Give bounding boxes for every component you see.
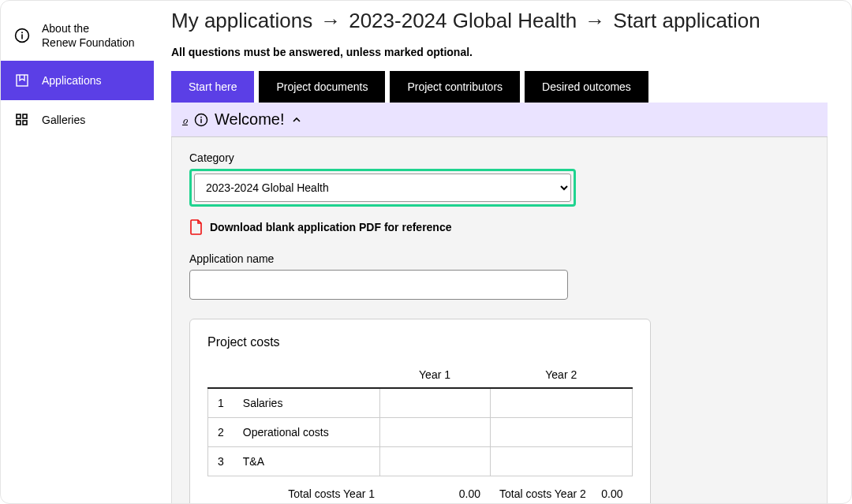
breadcrumb-level1[interactable]: My applications xyxy=(171,9,312,33)
svg-rect-6 xyxy=(23,121,27,125)
sidebar: About the Renew Foundation Applications xyxy=(1,1,154,503)
download-pdf-row[interactable]: Download blank application PDF for refer… xyxy=(189,219,809,235)
download-pdf-link[interactable]: Download blank application PDF for refer… xyxy=(210,221,452,233)
total-year2-value: 0.00 xyxy=(601,487,622,500)
sidebar-item-galleries[interactable]: Galleries xyxy=(1,100,154,140)
svg-point-8 xyxy=(200,116,202,118)
application-name-input[interactable] xyxy=(189,270,568,300)
bookmark-icon xyxy=(13,72,31,89)
breadcrumb-level2[interactable]: 2023-2024 Global Health xyxy=(349,9,577,33)
tab-start-here[interactable]: Start here xyxy=(171,71,254,103)
sidebar-item-about[interactable]: About the Renew Foundation xyxy=(1,10,154,61)
svg-rect-2 xyxy=(17,75,28,86)
project-costs-title: Project costs xyxy=(207,335,633,349)
svg-point-1 xyxy=(21,32,23,33)
cost-input-cell[interactable] xyxy=(490,418,632,447)
cost-input-cell[interactable] xyxy=(490,388,632,418)
category-select[interactable]: 2023-2024 Global Health xyxy=(194,174,571,202)
col-year2: Year 2 xyxy=(490,362,632,388)
cost-input-cell[interactable] xyxy=(379,418,490,447)
table-row: 2 Operational costs xyxy=(208,418,633,447)
total-year1-label: Total costs Year 1 xyxy=(234,476,379,504)
application-name-label: Application name xyxy=(189,252,809,265)
col-year1: Year 1 xyxy=(379,362,490,388)
section-welcome-header[interactable]: ℴ Welcome! xyxy=(171,103,828,137)
totals-row: Total costs Year 1 0.00 . Total costs Ye… xyxy=(208,476,633,504)
svg-rect-3 xyxy=(17,114,21,118)
total-year2-label: Total costs Year 2 xyxy=(499,487,586,500)
sidebar-item-applications[interactable]: Applications xyxy=(1,61,154,100)
sidebar-applications-label: Applications xyxy=(42,73,102,88)
tab-project-documents[interactable]: Project documents xyxy=(259,71,385,103)
breadcrumb: My applications → 2023-2024 Global Healt… xyxy=(171,9,828,33)
section-welcome-title: Welcome! xyxy=(215,110,285,129)
info-icon xyxy=(194,113,208,127)
section-welcome-body: Category 2023-2024 Global Health Downloa… xyxy=(171,137,828,503)
total-year1-value: 0.00 . xyxy=(379,476,490,504)
sidebar-galleries-label: Galleries xyxy=(42,113,85,127)
edit-icon: ℴ xyxy=(182,113,188,127)
main-content: My applications → 2023-2024 Global Healt… xyxy=(154,1,851,503)
instruction-text: All questions must be answered, unless m… xyxy=(171,46,828,58)
table-row: 3 T&A xyxy=(208,447,633,476)
arrow-icon: → xyxy=(320,9,341,33)
table-row: 1 Salaries xyxy=(208,388,633,418)
cost-input-cell[interactable] xyxy=(379,447,490,476)
category-label: Category xyxy=(189,151,809,164)
tab-project-contributors[interactable]: Project contributors xyxy=(390,71,520,103)
svg-rect-5 xyxy=(17,121,21,125)
cost-input-cell[interactable] xyxy=(490,447,632,476)
sidebar-about-label: About the Renew Foundation xyxy=(42,21,135,50)
arrow-icon: → xyxy=(585,9,605,33)
cost-input-cell[interactable] xyxy=(379,388,490,418)
info-icon xyxy=(13,27,31,44)
tabs: Start here Project documents Project con… xyxy=(171,71,828,103)
grid-icon xyxy=(13,111,31,129)
tab-desired-outcomes[interactable]: Desired outcomes xyxy=(525,71,648,103)
chevron-up-icon xyxy=(291,114,302,125)
category-highlight: 2023-2024 Global Health xyxy=(189,169,576,207)
svg-rect-4 xyxy=(23,114,27,118)
project-costs-card: Project costs Year 1 Year 2 1 Sal xyxy=(189,319,651,503)
pdf-file-icon xyxy=(189,219,204,235)
project-costs-table: Year 1 Year 2 1 Salaries 2 xyxy=(207,362,633,503)
breadcrumb-level3: Start application xyxy=(613,9,760,33)
